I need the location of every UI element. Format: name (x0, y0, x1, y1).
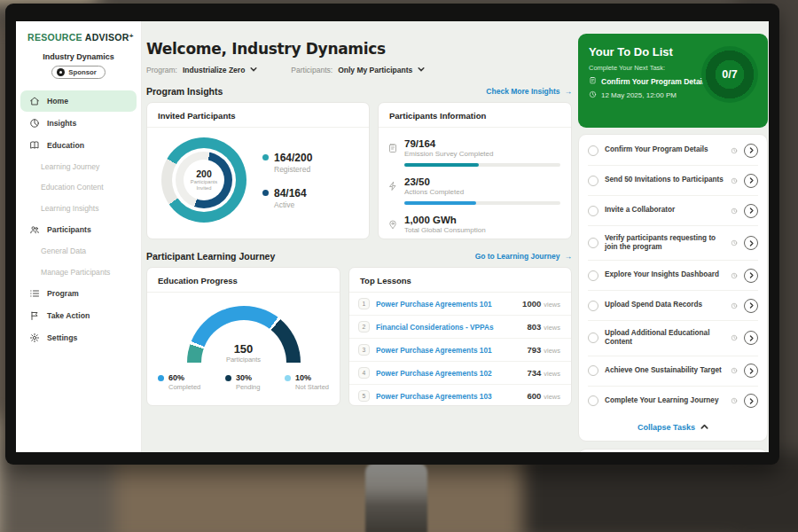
not-started-pct: 10% (295, 373, 329, 382)
sidebar-item-take-action[interactable]: Take Action (16, 305, 141, 327)
sidebar-item-label: Program (47, 289, 79, 298)
todo-checkbox[interactable] (588, 176, 598, 186)
lesson-link[interactable]: Power Purchase Agreements 101 (376, 346, 520, 355)
legend-dot (225, 375, 231, 381)
sidebar-item-general-data[interactable]: General Data (16, 241, 141, 262)
todo-item-label: Invite a Collaborator (605, 206, 724, 215)
todo-item-open-button[interactable] (744, 174, 758, 188)
lesson-row: 2 Financial Considerations - VPPAs 803vi… (349, 316, 571, 339)
todo-checkbox[interactable] (588, 395, 598, 406)
sidebar-item-learning-insights[interactable]: Learning Insights (16, 198, 141, 219)
views-suffix: views (544, 301, 560, 309)
views-suffix: views (544, 347, 560, 355)
section-title-program-insights: Program Insights (146, 86, 223, 97)
todo-item-open-button[interactable] (744, 299, 758, 313)
lesson-link[interactable]: Power Purchase Agreements 103 (376, 392, 520, 401)
sidebar-item-home[interactable]: Home (20, 90, 137, 112)
participants-filter-label: Participants: (291, 66, 332, 74)
registered-label: Registered (274, 165, 312, 174)
sidebar-item-label: Learning Insights (41, 204, 98, 213)
participants-icon (29, 224, 40, 235)
todo-item-open-button[interactable] (744, 364, 758, 378)
link-label: Go to Learning Journey (475, 252, 560, 261)
todo-score: 0/7 (722, 68, 737, 81)
clock-icon (731, 177, 738, 184)
views-suffix: views (544, 324, 560, 332)
todo-checkbox[interactable] (588, 145, 598, 156)
lesson-link[interactable]: Financial Considerations - VPPAs (376, 323, 520, 332)
invited-total-label: Participants Invited (187, 179, 221, 192)
todo-checkbox[interactable] (588, 238, 598, 248)
education-legend: 60% Completed 30% Pending (147, 363, 340, 391)
todo-item-open-button[interactable] (744, 394, 758, 408)
participants-filter-value: Only My Participants (338, 66, 412, 74)
todo-item-open-button[interactable] (744, 269, 758, 283)
consumption-label: Total Global Consumption (404, 226, 560, 234)
emission-survey-progress-bar (404, 163, 479, 167)
page-title: Welcome, Industry Dynamics (146, 40, 572, 58)
todo-checkbox[interactable] (588, 206, 598, 216)
invited-legend: 164/200 Registered 84/164 Active (262, 152, 312, 209)
sidebar-item-label: Take Action (47, 311, 90, 320)
sidebar-item-participants[interactable]: Participants (16, 219, 141, 241)
todo-item-label: Explore Your Insights Dashboard (605, 270, 724, 280)
sidebar-item-education[interactable]: Education (16, 134, 141, 156)
sidebar-item-manage-participants[interactable]: Manage Participants (16, 262, 141, 283)
sidebar-item-label: Settings (47, 333, 77, 342)
legend-entry-completed: 60% Completed (158, 373, 200, 391)
invited-participants-donut-chart: 200 Participants Invited (161, 137, 246, 223)
main-content: Welcome, Industry Dynamics Program: Indu… (146, 21, 572, 406)
insights-icon (29, 118, 40, 129)
todo-item-label: Confirm Your Program Details (605, 145, 724, 155)
check-more-insights-link[interactable]: Check More Insights → (486, 87, 572, 96)
todo-checkbox[interactable] (588, 301, 598, 311)
sponsor-badge-icon (57, 68, 65, 76)
sidebar-item-insights[interactable]: Insights (16, 112, 141, 134)
info-row-emission-survey: 79/164 Emission Survey Completed (387, 135, 560, 173)
collapse-tasks-link[interactable]: Collapse Tasks (588, 416, 758, 440)
logo-part-advisor: ADVISOR (85, 32, 129, 43)
participants-information-card: Participants Information 79/164 Emission… (378, 102, 572, 239)
program-filter-dropdown[interactable]: Program: Industrialize Zero (146, 66, 257, 74)
donut-center: 200 Participants Invited (184, 160, 224, 200)
sidebar-item-label: Education (47, 141, 84, 150)
sponsor-badge[interactable]: Sponsor (51, 66, 106, 79)
todo-item-open-button[interactable] (744, 236, 758, 250)
sidebar-item-education-content[interactable]: Education Content (16, 177, 141, 199)
arrow-right-icon: → (565, 87, 573, 96)
dashboard-screen: RESOURCE ADVISOR+ Industry Dynamics Spon… (16, 21, 769, 452)
filter-bar: Program: Industrialize Zero Participants… (146, 66, 572, 74)
sidebar-item-label: Participants (47, 225, 91, 234)
todo-item: Send 50 Invitations to Participants (588, 166, 758, 196)
participants-filter-dropdown[interactable]: Participants: Only My Participants (291, 66, 425, 74)
todo-item-label: Upload Additional Educational Content (605, 329, 724, 348)
todo-item-label: Verify participants requesting to join t… (605, 234, 724, 253)
todo-checkbox[interactable] (588, 365, 598, 376)
lesson-views-count: 793 (527, 345, 541, 355)
sidebar-item-learning-journey[interactable]: Learning Journey (16, 156, 141, 177)
link-label: Check More Insights (486, 87, 559, 96)
lesson-link[interactable]: Power Purchase Agreements 102 (376, 369, 520, 378)
todo-checkbox[interactable] (588, 270, 598, 281)
todo-item-open-button[interactable] (744, 204, 758, 218)
views-suffix: views (544, 393, 560, 401)
survey-icon (387, 141, 398, 152)
todo-checkbox[interactable] (588, 332, 598, 343)
actions-completed-progress-bar (404, 201, 476, 205)
progress-track (404, 201, 560, 205)
sidebar-item-settings[interactable]: Settings (16, 327, 141, 349)
pending-pct: 30% (236, 373, 261, 382)
sidebar-item-program[interactable]: Program (16, 283, 141, 305)
clock-icon (731, 334, 738, 341)
go-to-learning-journey-link[interactable]: Go to Learning Journey → (475, 252, 572, 261)
lesson-link[interactable]: Power Purchase Agreements 101 (376, 300, 516, 309)
todo-item-open-button[interactable] (744, 144, 758, 158)
clock-icon (589, 90, 597, 100)
not-started-label: Not Started (295, 383, 329, 391)
sidebar-item-label: Manage Participants (41, 268, 110, 277)
gauge-center: 150 Participants (187, 342, 301, 363)
todo-item-open-button[interactable] (744, 331, 758, 345)
education-participants-count: 150 (187, 342, 301, 356)
lesson-row: 3 Power Purchase Agreements 101 793views (349, 339, 571, 362)
lesson-views-count: 600 (527, 391, 541, 401)
